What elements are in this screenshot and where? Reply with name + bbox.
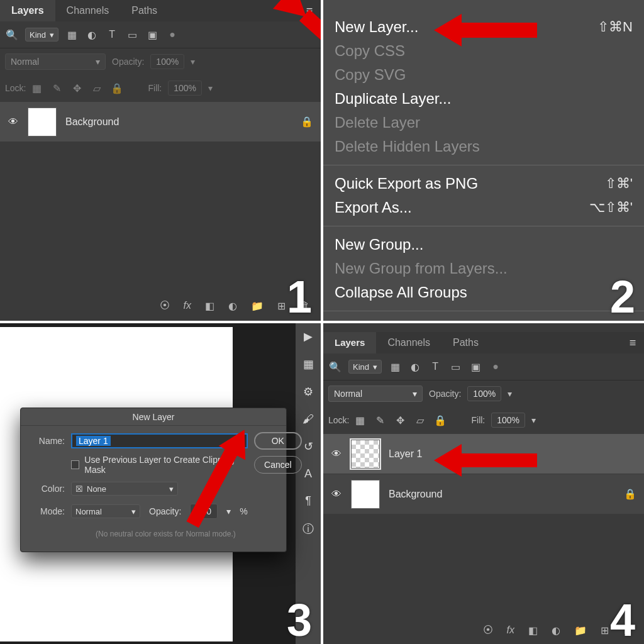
color-label: Color: <box>30 484 65 494</box>
hamburger-icon[interactable]: ≡ <box>621 336 644 350</box>
visibility-icon[interactable]: 👁 <box>8 116 19 128</box>
lock-brush-icon[interactable]: ✎ <box>50 81 64 95</box>
lock-move-icon[interactable]: ✥ <box>393 413 407 427</box>
color-select[interactable]: ☒None▾ <box>71 482 178 496</box>
mode-select[interactable]: Normal▾ <box>71 504 140 518</box>
smart-filter-icon[interactable]: ▣ <box>145 28 159 42</box>
tab-channels[interactable]: Channels <box>376 332 441 353</box>
menu-item[interactable]: Export As...⌥⇧⌘' <box>335 196 633 219</box>
filter-row: 🔍 Kind▾ ▦ ◐ T ▭ ▣ ● <box>0 21 321 48</box>
menu-item[interactable]: Collapse All Groups <box>335 280 633 304</box>
search-icon: 🔍 <box>328 360 342 374</box>
visibility-icon[interactable]: 👁 <box>331 489 342 500</box>
adjustment-icon[interactable]: ◐ <box>228 300 237 312</box>
blend-mode[interactable]: Normal▾ <box>5 53 106 70</box>
ok-button[interactable]: OK <box>254 432 302 450</box>
menu-item[interactable]: New Group... <box>335 233 633 257</box>
layer-name: Background <box>65 116 119 128</box>
mask-icon[interactable]: ◧ <box>528 625 538 636</box>
step-3: ▶ ▦ ⚙ 🖌 ↺ A ¶ ⓘ New Layer Name: Layer 1 … <box>0 323 321 644</box>
layer-name: Layer 1 <box>389 448 422 460</box>
lock-move-icon[interactable]: ✥ <box>70 81 84 95</box>
mask-icon[interactable]: ◧ <box>205 300 214 312</box>
lock-artboard-icon[interactable]: ▱ <box>413 413 427 427</box>
step-1: Layers Channels Paths ≡ 🔍 Kind▾ ▦ ◐ T ▭ … <box>0 0 321 321</box>
new-layer-icon[interactable]: ⊞ <box>277 300 286 312</box>
lock-all-icon[interactable]: 🔒 <box>433 413 447 427</box>
shape-filter-icon[interactable]: ▭ <box>448 360 462 374</box>
lock-icon: 🔒 <box>624 488 636 500</box>
blend-mode[interactable]: Normal▾ <box>328 386 423 402</box>
new-layer-icon[interactable]: ⊞ <box>601 625 609 636</box>
type-filter-icon[interactable]: T <box>428 360 442 374</box>
lock-brush-icon[interactable]: ✎ <box>373 413 387 427</box>
lock-all-icon[interactable]: 🔒 <box>110 81 124 95</box>
percent-label: % <box>240 506 247 516</box>
fill-label: Fill: <box>471 415 485 425</box>
play-icon[interactable]: ▶ <box>304 330 313 343</box>
opacity-label: Opacity: <box>429 389 461 399</box>
fill-label: Fill: <box>148 83 162 93</box>
toggle-filter-icon[interactable]: ● <box>489 360 502 374</box>
visibility-icon[interactable]: 👁 <box>331 448 342 460</box>
menu-item[interactable]: Duplicate Layer... <box>335 87 633 111</box>
lock-icon: 🔒 <box>301 116 313 128</box>
opacity-value[interactable]: 100% <box>467 386 501 401</box>
tab-paths[interactable]: Paths <box>441 332 490 353</box>
pixel-filter-icon[interactable]: ▦ <box>65 28 79 42</box>
panel-footer: ⦿ fx ◧ ◐ 📁 ⊞ 🗑 <box>0 296 321 316</box>
filter-kind[interactable]: Kind▾ <box>25 28 58 42</box>
group-icon[interactable]: 📁 <box>251 300 264 312</box>
search-icon: 🔍 <box>5 28 19 42</box>
link-icon[interactable]: ⦿ <box>483 625 493 636</box>
info-icon[interactable]: ⓘ <box>303 521 314 536</box>
panel-tabs: Layers Channels Paths ≡ <box>0 0 321 21</box>
fill-value[interactable]: 100% <box>168 80 202 96</box>
character-icon[interactable]: A <box>304 467 312 480</box>
pixel-filter-icon[interactable]: ▦ <box>388 360 402 374</box>
panel-tabs: Layers Channels Paths ≡ <box>323 332 644 353</box>
opacity-label: Opacity: <box>149 506 181 516</box>
lock-artboard-icon[interactable]: ▱ <box>90 81 104 95</box>
history-icon[interactable]: ↺ <box>304 440 313 453</box>
lock-pixels-icon[interactable]: ▦ <box>353 413 367 427</box>
opacity-label: Opacity: <box>112 57 144 67</box>
tab-paths[interactable]: Paths <box>120 0 169 21</box>
menu-item[interactable]: Quick Export as PNG⇧⌘' <box>335 172 633 196</box>
step-number: 3 <box>287 597 312 643</box>
slider-icon[interactable]: ⚙ <box>303 385 313 399</box>
step-4: Layers Channels Paths ≡ 🔍 Kind▾ ▦ ◐ T ▭ … <box>323 323 644 644</box>
tab-layers[interactable]: Layers <box>0 0 55 21</box>
toggle-filter-icon[interactable]: ● <box>165 28 179 42</box>
group-icon[interactable]: 📁 <box>574 625 587 636</box>
filter-kind[interactable]: Kind▾ <box>348 360 382 374</box>
fill-value[interactable]: 100% <box>491 413 525 428</box>
layer-row-background[interactable]: 👁 Background 🔒 <box>0 101 321 142</box>
lock-fill-row: Lock: ▦ ✎ ✥ ▱ 🔒 Fill: 100%▾ <box>323 407 644 433</box>
layer-row-background[interactable]: 👁 Background 🔒 <box>323 474 644 514</box>
fx-icon[interactable]: fx <box>507 625 514 636</box>
adjust-filter-icon[interactable]: ◐ <box>408 360 422 374</box>
smart-filter-icon[interactable]: ▣ <box>469 360 482 374</box>
tab-channels[interactable]: Channels <box>55 0 121 21</box>
shape-filter-icon[interactable]: ▭ <box>125 28 139 42</box>
fx-icon[interactable]: fx <box>184 300 191 312</box>
swatch-icon[interactable]: ▦ <box>303 357 314 371</box>
menu-item[interactable]: New Artboard... <box>335 318 633 321</box>
link-icon[interactable]: ⦿ <box>160 300 170 312</box>
tab-layers[interactable]: Layers <box>323 332 376 353</box>
opacity-value[interactable]: 100% <box>150 54 184 69</box>
layer-thumb <box>351 440 380 469</box>
cancel-button[interactable]: Cancel <box>254 456 302 474</box>
adjustment-icon[interactable]: ◐ <box>552 625 560 636</box>
paragraph-icon[interactable]: ¶ <box>305 494 311 508</box>
brush-tool-icon[interactable]: 🖌 <box>303 413 314 426</box>
lock-pixels-icon[interactable]: ▦ <box>30 81 43 95</box>
adjust-filter-icon[interactable]: ◐ <box>85 28 99 42</box>
step-number: 1 <box>287 274 312 319</box>
lock-label: Lock: <box>328 415 349 425</box>
blend-opacity-row: Normal▾ Opacity: 100%▾ <box>323 380 644 407</box>
dialog-note: (No neutral color exists for Normal mode… <box>30 530 302 538</box>
type-filter-icon[interactable]: T <box>105 28 119 42</box>
step-2: New Layer...⇧⌘NCopy CSSCopy SVGDuplicate… <box>323 0 644 321</box>
